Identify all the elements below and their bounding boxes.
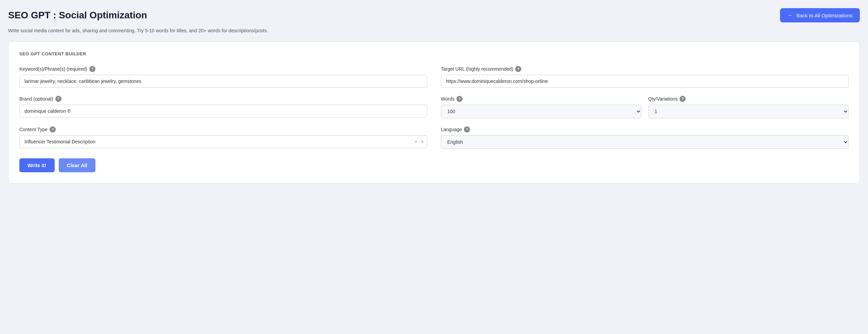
keywords-input[interactable]	[19, 75, 427, 88]
content-builder-card: SEO GPT CONTENT BUILDER Keyword(s)/Phras…	[8, 41, 860, 183]
words-qty-row: Words ? 100 200 300 50 Qty/Variations ?	[441, 96, 849, 118]
target-url-input[interactable]	[441, 75, 849, 88]
back-button[interactable]: ← Back to All Optimizations	[780, 8, 860, 22]
qty-help-icon[interactable]: ?	[680, 96, 686, 102]
brand-input[interactable]	[19, 105, 427, 118]
brand-help-icon[interactable]: ?	[55, 96, 61, 102]
back-arrow-icon: ←	[788, 12, 793, 18]
page-header: SEO GPT : Social Optimization ← Back to …	[8, 8, 860, 22]
keywords-label: Keyword(s)/Phrase(s) (required) ?	[19, 66, 427, 72]
brand-group: Brand (optional) ?	[19, 96, 427, 118]
language-group: Language ? English Spanish French German	[441, 126, 849, 149]
target-url-label: Target URL (highly recommended) ?	[441, 66, 849, 72]
language-label: Language ?	[441, 126, 849, 133]
language-select[interactable]: English Spanish French German	[441, 135, 849, 149]
keywords-group: Keyword(s)/Phrase(s) (required) ?	[19, 66, 427, 88]
words-label: Words ?	[441, 96, 641, 102]
content-type-wrapper: Influencer Testimonial Description Ad Co…	[19, 135, 427, 148]
page-title: SEO GPT : Social Optimization	[8, 10, 147, 21]
form-actions: Write it! Clear All	[19, 158, 849, 172]
words-help-icon[interactable]: ?	[456, 96, 463, 102]
content-type-help-icon[interactable]: ?	[50, 126, 56, 133]
content-type-group: Content Type ? Influencer Testimonial De…	[19, 126, 427, 149]
keywords-help-icon[interactable]: ?	[89, 66, 95, 72]
content-type-select[interactable]: Influencer Testimonial Description Ad Co…	[20, 136, 427, 148]
language-help-icon[interactable]: ?	[464, 126, 470, 133]
brand-label: Brand (optional) ?	[19, 96, 427, 102]
page-subtitle: Write social media content for ads, shar…	[8, 28, 860, 33]
write-button[interactable]: Write it!	[19, 158, 55, 172]
card-section-title: SEO GPT CONTENT BUILDER	[19, 51, 849, 56]
qty-label: Qty/Variations ?	[648, 96, 849, 102]
form-grid: Keyword(s)/Phrase(s) (required) ? Target…	[19, 66, 849, 149]
target-url-help-icon[interactable]: ?	[515, 66, 521, 72]
content-type-clear-icon[interactable]: ×	[415, 139, 417, 144]
back-button-label: Back to All Optimizations	[796, 13, 852, 18]
content-type-chevron-icon: ▾	[421, 139, 423, 144]
clear-button[interactable]: Clear All	[59, 158, 95, 172]
words-group: Words ? 100 200 300 50	[441, 96, 641, 118]
qty-group: Qty/Variations ? 1 2 3 5	[648, 96, 849, 118]
qty-select[interactable]: 1 2 3 5	[648, 105, 849, 118]
target-url-group: Target URL (highly recommended) ?	[441, 66, 849, 88]
words-qty-container: Words ? 100 200 300 50 Qty/Variations ?	[441, 96, 849, 118]
content-type-label: Content Type ?	[19, 126, 427, 133]
words-select[interactable]: 100 200 300 50	[441, 105, 641, 118]
